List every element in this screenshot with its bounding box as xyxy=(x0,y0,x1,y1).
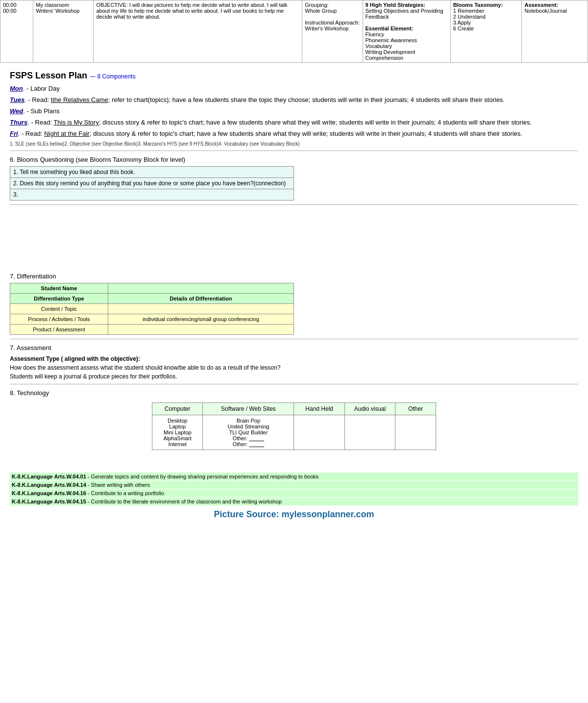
tech-data-row: DesktopLaptopMini LaptopAlphaSmartIntern… xyxy=(152,415,436,450)
standard-item-2: K-8.K.Language Arts.W.04.14 - Share writ… xyxy=(10,481,578,489)
blooms-question-2: 2. Does this story remind you of anythin… xyxy=(10,178,294,189)
header-grouping: Grouping: Whole Group Instructional Appr… xyxy=(302,0,363,63)
divider-2 xyxy=(10,204,578,205)
tech-col-software: Software / Web Sites xyxy=(203,403,294,415)
diff-type-process: Process / Activities / Tools xyxy=(10,314,108,325)
section8-heading: 8. Technology xyxy=(10,389,578,397)
diff-type-content: Content / Topic xyxy=(10,304,108,314)
divider-4 xyxy=(10,384,578,384)
tech-col-other: Other xyxy=(395,403,436,415)
tech-col-audio: Audio visual xyxy=(344,403,395,415)
lesson-plan-title: FSPS Lesson Plan — 8 Components xyxy=(10,71,578,81)
blooms-questions-table: 1. Tell me something you liked about thi… xyxy=(10,166,294,201)
diff-type-product: Product / Assessment xyxy=(10,325,108,335)
tech-table-wrapper: Computer Software / Web Sites Hand Held … xyxy=(10,400,578,453)
assessment-section: Assessment Type ( aligned with the objec… xyxy=(10,355,578,380)
tech-col-handheld: Hand Held xyxy=(294,403,344,415)
tech-audio-items xyxy=(344,415,395,450)
assessment-question: How does the assessment assess what the … xyxy=(10,364,578,371)
tuesday-line: Tues. - Read: tIhe Relatives Came; refer… xyxy=(10,96,578,103)
diff-row-content: Content / Topic xyxy=(10,304,294,314)
header-assessment: Assessment: Notebook/Journal xyxy=(522,0,588,63)
diff-header-row: Student Name xyxy=(10,283,294,294)
blooms-question-3: 3. xyxy=(10,189,294,201)
tech-header-row: Computer Software / Web Sites Hand Held … xyxy=(152,403,436,415)
section7-diff-heading: 7. Differentiation xyxy=(10,273,578,280)
technology-table: Computer Software / Web Sites Hand Held … xyxy=(152,402,436,450)
wednesday-line: Wed. - Sub Plans xyxy=(10,107,578,115)
monday-line: Mon. - Labor Day xyxy=(10,85,578,92)
watermark: Picture Source: mylessonplanner.com xyxy=(10,509,578,520)
diff-detail-header: Details of Differentiation xyxy=(108,294,294,304)
diff-row-process: Process / Activities / Tools individual … xyxy=(10,314,294,325)
section7-assess-heading: 7. Assessment xyxy=(10,344,578,352)
friday-line: Fri. - Read: Night at the Fair; discuss … xyxy=(10,130,578,137)
standard-item-1: K-8.K.Language Arts.W.04.01 - Generate t… xyxy=(10,473,578,480)
diff-detail-process: individual conferencing/small group conf… xyxy=(108,314,294,325)
tech-col-computer: Computer xyxy=(152,403,203,415)
diff-row-product: Product / Assessment xyxy=(10,325,294,335)
header-hys: 9 High Yield Strategies: Setting Objecti… xyxy=(363,0,450,63)
blooms-q2-text: 2. Does this story remind you of anythin… xyxy=(10,178,294,189)
blooms-q1-text: 1. Tell me something you liked about thi… xyxy=(10,167,294,178)
diff-col-detail xyxy=(108,283,294,294)
diff-detail-content xyxy=(108,304,294,314)
header-class: My classroom Writers' Workshop xyxy=(33,0,94,63)
tech-software-items: Brain PopUnited StreamingTLI Quiz Builde… xyxy=(203,415,294,450)
standards-section: K-8.K.Language Arts.W.04.01 - Generate t… xyxy=(10,473,578,505)
diff-detail-product xyxy=(108,325,294,335)
thursday-line: Thurs. - Read: This is My Story; discuss… xyxy=(10,119,578,126)
spacer xyxy=(10,209,578,268)
tech-other-items xyxy=(395,415,436,450)
assessment-answer: Students will keep a journal & produce p… xyxy=(10,373,578,380)
tech-handheld-items xyxy=(294,415,344,450)
diff-subheader-row: Differentiation Type Details of Differen… xyxy=(10,294,294,304)
main-content: FSPS Lesson Plan — 8 Components Mon. - L… xyxy=(0,67,588,527)
header-table: 00:00 00:00 My classroom Writers' Worksh… xyxy=(0,0,588,63)
blooms-q3-text: 3. xyxy=(10,189,294,201)
standard-item-3: K-8.K.Language Arts.W.04.16 - Contribute… xyxy=(10,489,578,497)
section6-heading: 6. Blooms Questioning (see Blooms Taxono… xyxy=(10,156,578,163)
header-objective: OBJECTIVE: I will draw pictures to help … xyxy=(94,0,302,63)
header-time1: 00:00 00:00 xyxy=(0,0,33,63)
differentiation-table: Student Name Differentiation Type Detail… xyxy=(10,283,294,335)
diff-type-header: Differentiation Type xyxy=(10,294,108,304)
blooms-question-1: 1. Tell me something you liked about thi… xyxy=(10,167,294,178)
divider-3 xyxy=(10,339,578,339)
divider-1 xyxy=(10,151,578,151)
assessment-type-label: Assessment Type ( aligned with the objec… xyxy=(10,355,578,362)
header-blooms: Blooms Taxonomy: 1 Remember2 Understand3… xyxy=(450,0,522,63)
tech-computer-items: DesktopLaptopMini LaptopAlphaSmartIntern… xyxy=(152,415,203,450)
footnotes: 1. SLE (see SLEs below)2. Objective (see… xyxy=(10,141,578,147)
standard-item-4: K-8.K.Language Arts.W.04.15 - Contribute… xyxy=(10,498,578,505)
diff-col-type: Student Name xyxy=(10,283,108,294)
